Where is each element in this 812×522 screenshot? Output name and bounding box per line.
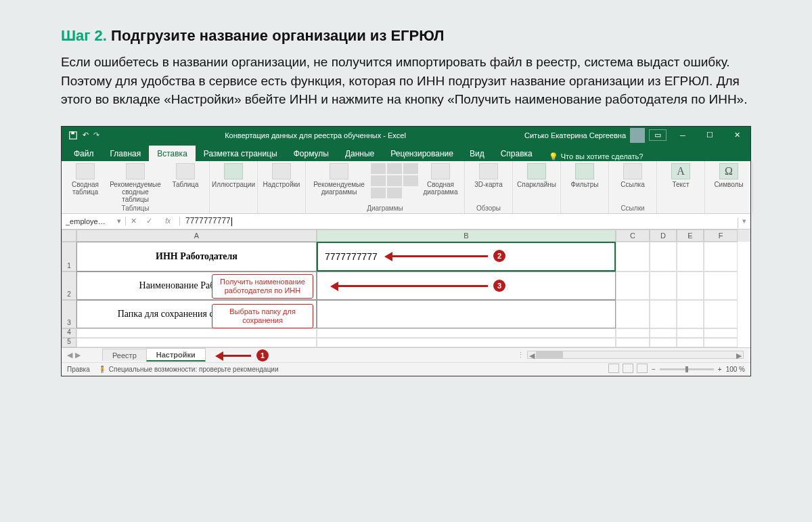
cell-c1[interactable]	[616, 242, 650, 271]
tab-pagelayout[interactable]: Разметка страницы	[196, 146, 286, 161]
cancel-edit-icon[interactable]: ✕	[131, 217, 137, 225]
choose-folder-button[interactable]: Выбрать папку для сохранения	[212, 304, 313, 328]
zoom-slider[interactable]	[660, 368, 714, 370]
col-header-b[interactable]: B	[317, 230, 616, 242]
link-button[interactable]: Ссылка	[614, 163, 651, 188]
symbols-button[interactable]: ΩСимволы	[710, 163, 747, 188]
pivot-chart-button[interactable]: Сводная диаграмма	[422, 163, 459, 196]
cell-b3[interactable]	[317, 300, 616, 328]
annotation-badge-3: 3	[493, 280, 505, 292]
ribbon-tabs: Файл Главная Вставка Разметка страницы Ф…	[62, 144, 750, 161]
tab-review[interactable]: Рецензирование	[382, 146, 461, 161]
avatar	[630, 128, 645, 143]
maximize-button[interactable]: ☐	[696, 127, 723, 144]
excel-screenshot: ↶ ↷ Конвертация данных для реестра обуче…	[61, 126, 751, 376]
chevron-down-icon: ▾	[117, 217, 121, 225]
group-tours: Обзоры	[476, 204, 501, 212]
user-block[interactable]: Ситько Екатерина Сергеевна ▭	[524, 128, 669, 143]
titlebar: ↶ ↷ Конвертация данных для реестра обуче…	[62, 127, 750, 144]
svg-rect-1	[71, 131, 74, 134]
select-all-corner[interactable]	[62, 230, 76, 242]
3dmap-button[interactable]: 3D-карта	[470, 163, 507, 188]
step-number: Шаг 2.	[61, 27, 107, 44]
step-title: Подгрузите название организации из ЕГРЮЛ	[107, 27, 445, 44]
ribbon-options-icon[interactable]: ▭	[649, 129, 667, 141]
tell-me-label: Что вы хотите сделать?	[561, 152, 644, 160]
expand-formulabar-icon[interactable]: ▾	[738, 217, 750, 225]
tab-formulas[interactable]: Формулы	[286, 146, 337, 161]
illustrations-button[interactable]: Иллюстрации	[215, 163, 252, 188]
tab-file[interactable]: Файл	[66, 146, 102, 161]
row-header-1[interactable]: 1	[62, 242, 76, 271]
sheet-nav-prev-icon[interactable]: ◀	[67, 351, 72, 360]
table-button[interactable]: Таблица	[167, 163, 204, 188]
sheet-tab-settings[interactable]: Настройки	[146, 348, 206, 362]
col-header-a[interactable]: A	[76, 230, 317, 242]
chart-types-grid[interactable]	[371, 163, 418, 198]
cell-a1[interactable]: ИНН Работодателя	[76, 242, 317, 271]
text-button[interactable]: AТекст	[662, 163, 699, 188]
step-paragraph: Если ошибетесь в названии организации, н…	[61, 53, 751, 109]
annotation-badge-2: 2	[493, 250, 505, 262]
minimize-button[interactable]: ─	[669, 127, 696, 144]
undo-icon[interactable]: ↶	[83, 131, 89, 139]
view-pagelayout-icon[interactable]	[623, 364, 633, 373]
addins-button[interactable]: Надстройки	[263, 163, 300, 188]
worksheet: A B C D E F 1 ИНН Работодателя 777777777…	[62, 230, 750, 347]
window-title: Конвертация данных для реестра обученных…	[106, 131, 524, 139]
zoom-in-icon[interactable]: +	[718, 366, 722, 373]
col-header-d[interactable]: D	[650, 230, 677, 242]
rec-pivot-button[interactable]: Рекомендуемые сводные таблицы	[108, 163, 163, 203]
status-mode: Правка	[67, 366, 90, 373]
get-employer-name-button[interactable]: Получить наименование работодателя по ИН…	[212, 274, 313, 299]
status-bar: Правка 🧍Специальные возможности: проверь…	[62, 362, 750, 376]
view-normal-icon[interactable]	[608, 364, 619, 373]
close-button[interactable]: ✕	[723, 127, 750, 144]
person-icon: 🧍	[98, 366, 106, 373]
row-header-4[interactable]: 4	[62, 328, 76, 338]
row-header-3[interactable]: 3	[62, 300, 76, 328]
annotation-badge-1: 1	[256, 349, 269, 362]
save-icon[interactable]	[68, 131, 78, 140]
formula-input[interactable]: 7777777777	[180, 216, 738, 225]
redo-icon[interactable]: ↷	[93, 131, 99, 139]
view-pagebreak-icon[interactable]	[637, 364, 648, 373]
rec-charts-button[interactable]: Рекомендуемые диаграммы	[311, 163, 367, 196]
sparklines-button[interactable]: Спарклайны	[518, 163, 555, 188]
accessibility-check[interactable]: 🧍Специальные возможности: проверьте реко…	[98, 366, 279, 373]
tab-help[interactable]: Справка	[493, 146, 541, 161]
sheet-tab-registry[interactable]: Реестр	[102, 349, 147, 361]
group-links: Ссылки	[621, 204, 644, 212]
annotation-arrow-2	[386, 255, 488, 257]
sheet-nav-next-icon[interactable]: ▶	[75, 351, 81, 360]
row-header-5[interactable]: 5	[62, 338, 76, 347]
col-header-f[interactable]: F	[704, 230, 738, 242]
annotation-arrow-1	[217, 355, 251, 357]
annotation-arrow-3	[332, 285, 488, 287]
lightbulb-icon: 💡	[549, 152, 558, 161]
user-name: Ситько Екатерина Сергеевна	[524, 131, 626, 139]
zoom-out-icon[interactable]: −	[652, 366, 656, 373]
tell-me[interactable]: 💡 Что вы хотите сделать?	[541, 152, 644, 161]
col-header-c[interactable]: C	[616, 230, 650, 242]
row-header-2[interactable]: 2	[62, 271, 76, 300]
tab-view[interactable]: Вид	[461, 146, 493, 161]
col-header-e[interactable]: E	[677, 230, 704, 242]
fx-icon[interactable]: fx	[161, 217, 175, 225]
filters-button[interactable]: Фильтры	[566, 163, 603, 188]
tab-home[interactable]: Главная	[102, 146, 150, 161]
ribbon: Сводная таблица Рекомендуемые сводные та…	[62, 161, 750, 214]
group-tables: Таблицы	[122, 204, 150, 212]
tab-insert[interactable]: Вставка	[149, 146, 196, 161]
pivot-table-button[interactable]: Сводная таблица	[67, 163, 104, 196]
step-heading: Шаг 2. Подгрузите название организации и…	[61, 27, 751, 45]
zoom-percent[interactable]: 100 %	[726, 366, 745, 373]
confirm-edit-icon[interactable]: ✓	[146, 217, 152, 225]
formula-bar: _employe…▾ ✕ ✓ fx 7777777777 ▾	[62, 214, 750, 230]
group-charts: Диаграммы	[367, 204, 403, 212]
horizontal-scrollbar[interactable]: ◀▶	[527, 351, 744, 359]
name-box[interactable]: _employe…▾	[62, 217, 126, 225]
sheet-tabs-bar: ◀▶ Реестр Настройки 1 ⋮ ◀▶	[62, 347, 750, 362]
tab-data[interactable]: Данные	[337, 146, 382, 161]
